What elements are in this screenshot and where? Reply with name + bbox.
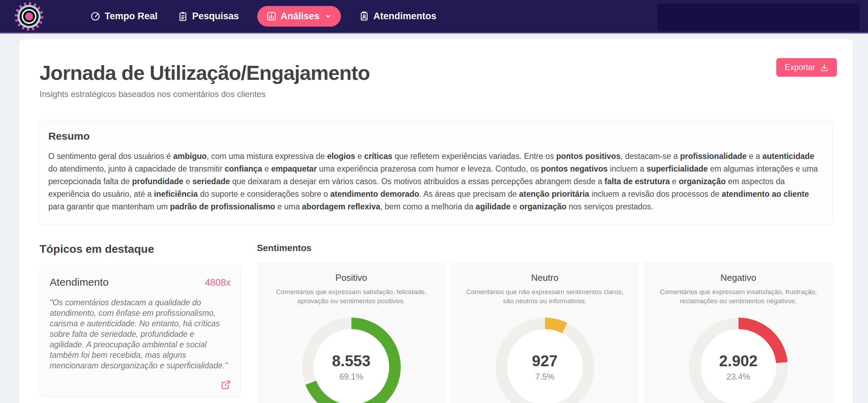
sentiment-title: Neutro <box>461 272 629 283</box>
id-badge-icon <box>359 11 369 21</box>
sentiments-row: Positivo Comentários que expressam satis… <box>257 262 833 403</box>
topics-list: Atendimento 4808x "Os comentários destac… <box>40 265 241 403</box>
sentiment-donut-chart: 8.553 69.1% <box>302 318 401 403</box>
external-link-icon[interactable] <box>221 380 231 390</box>
analysis-column: Sentimentos Positivo Comentários que exp… <box>257 243 833 403</box>
sentiment-description: Comentários que expressam satisfação, fe… <box>267 287 435 306</box>
sentiment-percent: 69.1% <box>339 372 363 382</box>
page-subtitle: Insights estratégicos baseados nos comen… <box>40 89 833 99</box>
sentiment-value: 2.902 <box>719 352 757 370</box>
main-content-card: Jornada de Utilização/Engajamento Insigh… <box>19 39 853 403</box>
topic-quote: "Os comentários destacam a qualidade do … <box>50 297 231 371</box>
clipboard-icon <box>178 11 188 21</box>
sentiment-title: Positivo <box>267 272 435 283</box>
page-title: Jornada de Utilização/Engajamento <box>40 61 833 84</box>
sentiment-description: Comentários que não expressam sentimento… <box>461 287 629 306</box>
bar-chart-icon <box>266 11 276 21</box>
nav-item-tempo-real[interactable]: Tempo Real <box>88 6 160 27</box>
sentiments-heading: Sentimentos <box>257 243 833 253</box>
sentiment-percent: 7.5% <box>535 372 554 382</box>
export-button[interactable]: Exportar <box>776 58 837 77</box>
topic-count-badge: 4808x <box>205 277 231 288</box>
resumo-panel: Resumo O sentimento geral dos usuários é… <box>40 120 833 225</box>
sentiment-title: Negativo <box>654 272 822 283</box>
sentiment-donut-chart: 2.902 23.4% <box>689 318 788 403</box>
navbar-highlight-panel <box>657 4 860 31</box>
download-icon <box>820 63 828 72</box>
sentiment-card: Neutro Comentários que não expressam sen… <box>450 262 639 403</box>
nav-item-análises[interactable]: Análises <box>257 6 341 27</box>
nav-item-label: Pesquisas <box>192 11 239 22</box>
export-button-label: Exportar <box>785 63 815 72</box>
top-navbar: Tempo RealPesquisasAnálisesAtendimentos <box>0 0 868 34</box>
nav-item-pesquisas[interactable]: Pesquisas <box>176 6 241 27</box>
chevron-down-icon <box>324 13 332 20</box>
sentiment-value: 927 <box>532 352 558 370</box>
gauge-icon <box>90 11 100 21</box>
sentiment-percent: 23.4% <box>726 372 750 382</box>
nav-menu: Tempo RealPesquisasAnálisesAtendimentos <box>88 6 439 27</box>
nav-item-label: Análises <box>281 11 320 22</box>
topic-title: Atendimento <box>50 276 108 288</box>
topic-card: Atendimento 4808x "Os comentários destac… <box>40 265 241 398</box>
app-logo[interactable] <box>15 2 43 31</box>
sentiment-card: Negativo Comentários que expressam insat… <box>644 262 833 403</box>
sentiment-description: Comentários que expressam insatisfação, … <box>654 287 822 306</box>
nav-item-label: Tempo Real <box>105 11 158 22</box>
resumo-paragraph: O sentimento geral dos usuários é ambígu… <box>48 150 820 213</box>
resumo-heading: Resumo <box>48 130 820 142</box>
sentiment-donut-chart: 927 7.5% <box>496 318 594 403</box>
topics-heading: Tópicos em destaque <box>40 243 241 256</box>
nav-item-atendimentos[interactable]: Atendimentos <box>357 6 439 27</box>
nav-item-label: Atendimentos <box>373 11 436 22</box>
sentiment-value: 8.553 <box>332 352 370 370</box>
topics-column: Tópicos em destaque Atendimento 4808x "O… <box>40 243 241 403</box>
sentiment-card: Positivo Comentários que expressam satis… <box>257 262 446 403</box>
